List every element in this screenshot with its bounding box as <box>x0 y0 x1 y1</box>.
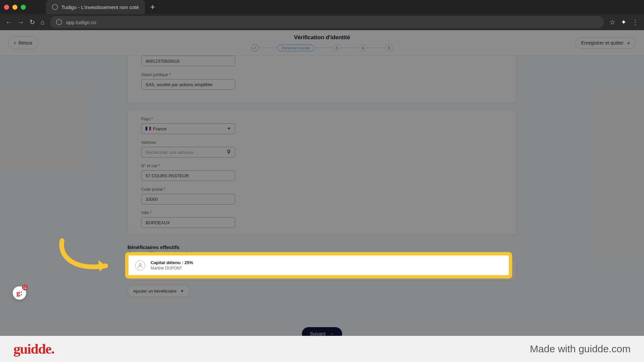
guidde-badge[interactable]: g: 11 <box>13 286 26 300</box>
check-icon <box>253 46 257 50</box>
page-title: Vérification d'identité <box>251 34 393 41</box>
guidde-footer: guidde. Made with guidde.com <box>0 336 644 362</box>
new-tab-button[interactable]: + <box>150 2 155 12</box>
home-icon[interactable] <box>41 18 45 26</box>
save-quit-label: Enregistrer et quitter <box>581 40 624 46</box>
save-quit-button[interactable]: Enregistrer et quitter <box>575 37 636 49</box>
back-button-label: Retour <box>18 40 33 46</box>
url-input[interactable]: app.tudigo.co <box>50 16 604 28</box>
page-header: Retour Vérification d'identité Personne … <box>0 30 644 56</box>
step-5: 5 <box>385 44 393 52</box>
cp-field[interactable]: 33000 <box>141 194 235 204</box>
flag-france-icon <box>146 127 151 130</box>
siret-field[interactable]: 90912370500016 <box>141 56 235 66</box>
plus-icon <box>180 288 184 294</box>
step-2-active[interactable]: Personne morale <box>277 45 314 51</box>
pays-select[interactable]: France <box>141 123 235 134</box>
close-window-icon[interactable] <box>4 5 9 10</box>
globe-icon <box>52 4 58 10</box>
browser-tab[interactable]: Tudigo - L'investissement non coté <box>46 0 145 14</box>
arrow-right-icon <box>329 331 334 336</box>
location-pin-icon[interactable] <box>227 149 231 155</box>
step-4: 4 <box>359 44 367 52</box>
beneficiaires-title: Bénéficiaires effectifs <box>127 244 517 250</box>
tutorial-arrow-icon <box>55 237 121 284</box>
chevron-left-icon <box>14 39 16 46</box>
user-icon <box>135 260 145 270</box>
progress-stepper: Personne morale 3 4 5 <box>251 44 393 52</box>
back-icon[interactable]: ← <box>5 18 12 26</box>
url-text: app.tudigo.co <box>66 19 96 25</box>
minimize-window-icon[interactable] <box>12 5 17 10</box>
site-info-icon[interactable] <box>56 19 62 25</box>
svg-point-1 <box>139 263 141 265</box>
pays-label: Pays * <box>141 117 503 121</box>
ville-label: Ville * <box>141 210 503 215</box>
ville-field[interactable]: BORDEAUX <box>141 217 235 228</box>
tutorial-highlight: Capital détenu : 25% Martine DUPONT <box>126 253 512 278</box>
tab-title: Tudigo - L'investissement non coté <box>61 4 139 10</box>
rue-field[interactable]: 57 COURS PASTEUR <box>141 170 235 181</box>
guidde-logo: guidde. <box>13 341 54 357</box>
reload-icon[interactable] <box>30 18 35 26</box>
browser-tab-bar: Tudigo - L'investissement non coté + <box>0 0 644 14</box>
close-icon <box>627 40 630 46</box>
rue-label: N° et rue * <box>141 164 503 168</box>
beneficiaire-capital-highlight: Capital détenu : 25% <box>151 260 193 265</box>
statut-field[interactable]: SAS, société par actions simplifiée <box>141 79 235 90</box>
back-button[interactable]: Retour <box>8 36 38 49</box>
next-button-label: Suivant <box>310 331 326 336</box>
add-beneficiaire-label: Ajouter un bénéficiaire <box>133 289 176 294</box>
window-controls[interactable] <box>4 5 26 10</box>
browser-address-bar: ← → app.tudigo.co <box>0 14 644 30</box>
step-3: 3 <box>333 44 340 52</box>
guidde-badge-count: 11 <box>22 285 28 290</box>
extensions-icon[interactable] <box>621 18 627 26</box>
step-1-done <box>251 44 259 52</box>
next-button[interactable]: Suivant <box>302 327 342 336</box>
svg-marker-2 <box>98 260 106 272</box>
cp-label: Code postal * <box>141 187 503 192</box>
forward-icon[interactable]: → <box>17 18 24 26</box>
bookmark-icon[interactable] <box>609 18 615 26</box>
browser-menu-icon[interactable] <box>632 18 639 26</box>
maximize-window-icon[interactable] <box>21 5 26 10</box>
adresse-search-field[interactable]: Rechercher une adresse <box>141 147 235 158</box>
add-beneficiaire-button[interactable]: Ajouter un bénéficiaire <box>127 285 190 297</box>
guidde-credit: Made with guidde.com <box>530 343 631 355</box>
statut-label: Statut juridique * <box>141 72 503 77</box>
beneficiaire-name-highlight: Martine DUPONT <box>151 266 193 270</box>
adresse-label: Adresse <box>141 140 503 145</box>
